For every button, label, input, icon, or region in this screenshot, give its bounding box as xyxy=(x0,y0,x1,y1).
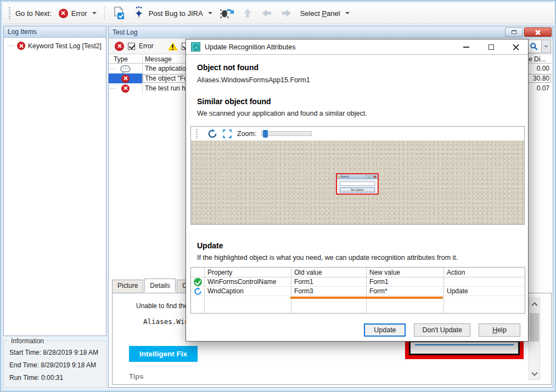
intelligent-fix-button[interactable]: Intelligent Fix xyxy=(129,346,198,362)
refresh-icon xyxy=(191,287,204,296)
scrollbar-thumb[interactable] xyxy=(530,313,539,342)
chevron-down-icon xyxy=(208,12,212,14)
scroll-down-button[interactable] xyxy=(529,369,540,379)
mini-form-button: Set Caption xyxy=(340,188,375,192)
maximize-icon xyxy=(488,44,494,50)
mini-form-caption: Form1 xyxy=(341,175,366,178)
mini-form-icon xyxy=(338,176,340,178)
zoom-slider[interactable] xyxy=(261,131,312,136)
arrow-left-icon xyxy=(261,8,273,19)
log-items-titlebar: Log Items xyxy=(4,26,106,38)
arrow-up-icon xyxy=(242,8,253,19)
log-tree-item-label: Keyword Test Log [Test2] xyxy=(28,42,102,50)
run-time-text: Run Time: 0:00:31 xyxy=(9,374,63,382)
dialog-button-row: Update Don't Update Help xyxy=(186,323,520,337)
attributes-table: Property Old value New value Action WinF… xyxy=(190,267,525,314)
select-panel-button[interactable]: Select Panel xyxy=(296,7,353,20)
column-old-value: Old value xyxy=(291,268,366,277)
warning-icon xyxy=(168,42,178,50)
column-action: Action xyxy=(443,268,525,277)
message-icon xyxy=(120,65,131,72)
attribute-row-wndcaption[interactable]: WndCaption Form3 Form* Update xyxy=(191,287,525,296)
column-type[interactable]: Type xyxy=(114,55,128,63)
tips-label: Tips xyxy=(129,372,144,380)
go-back-button[interactable] xyxy=(257,5,277,21)
search-split-button[interactable] xyxy=(526,39,551,53)
changed-value-highlight xyxy=(290,297,443,299)
object-preview-box: Zoom: Form1 Set Caption xyxy=(190,126,525,225)
chevron-down-icon xyxy=(531,370,537,376)
help-button[interactable]: Help xyxy=(479,323,520,337)
attribute-row-controlname[interactable]: WinFormsControlName Form1 Form1 xyxy=(191,277,525,287)
error-filter-checkbox[interactable] xyxy=(128,43,135,50)
scroll-up-button[interactable] xyxy=(529,298,540,309)
error-icon xyxy=(121,75,130,83)
go-to-next-error-label: Error xyxy=(71,9,87,18)
preview-toolbar: Zoom: xyxy=(191,127,524,141)
post-bug-to-jira-label: Post Bug to JIRA xyxy=(149,9,203,18)
minimize-icon xyxy=(463,47,469,48)
chevron-down-icon xyxy=(92,12,97,14)
arrow-right-icon xyxy=(280,8,293,19)
close-icon xyxy=(535,29,541,35)
select-panel-label: Select Panel xyxy=(300,9,340,18)
post-bug-to-jira-button[interactable]: Post Bug to JIRA xyxy=(128,4,216,22)
column-separator[interactable] xyxy=(142,54,143,63)
error-icon xyxy=(121,84,130,93)
main-toolbar: Go to Next: Error Post Bug to JIRA xyxy=(3,3,554,24)
restore-icon xyxy=(512,30,516,34)
error-icon xyxy=(115,42,124,51)
document-check-icon xyxy=(113,7,125,20)
toolbar-grip[interactable] xyxy=(8,7,11,20)
information-title: Information xyxy=(9,337,46,345)
update-description: If the highlighted object is what you ne… xyxy=(197,254,458,262)
error-icon xyxy=(59,9,68,18)
not-found-heading: Object not found xyxy=(197,63,259,72)
dialog-close-button[interactable] xyxy=(503,39,528,55)
start-time-text: Start Time: 8/28/2019 9:18 AM xyxy=(9,349,98,356)
similar-found-heading: Similar object found xyxy=(197,97,271,106)
zoom-slider-thumb[interactable] xyxy=(263,130,268,138)
tab-details[interactable]: Details xyxy=(144,279,176,292)
tree-branch-line xyxy=(7,46,14,46)
dialog-titlebar[interactable]: Update Recognition Attributes xyxy=(186,39,528,55)
search-dropdown-button[interactable] xyxy=(542,39,551,53)
update-recognition-dialog: Update Recognition Attributes Object not… xyxy=(186,39,529,342)
post-bug-forward-button[interactable] xyxy=(216,4,238,22)
column-message[interactable]: Message xyxy=(145,55,172,63)
end-time-text: End Time: 8/28/2019 9:18 AM xyxy=(9,361,96,369)
close-icon xyxy=(513,44,519,50)
rescan-icon[interactable] xyxy=(207,129,217,139)
close-panel-button[interactable] xyxy=(524,27,552,37)
log-items-title: Log Items xyxy=(8,28,37,36)
preview-toolbar-grip[interactable] xyxy=(195,129,198,139)
dialog-app-icon xyxy=(191,42,200,52)
column-new-value: New value xyxy=(366,268,443,277)
tab-picture[interactable]: Picture xyxy=(112,280,143,293)
go-to-next-error-button[interactable]: Error xyxy=(55,7,100,20)
error-icon xyxy=(17,42,25,50)
go-up-button[interactable] xyxy=(238,5,257,21)
similar-found-description: We scanned your application and found a … xyxy=(197,110,367,117)
fit-to-screen-icon[interactable] xyxy=(222,129,232,139)
not-found-alias: Aliases.WindowsFormsApp15.Form1 xyxy=(197,76,310,84)
chevron-up-icon xyxy=(531,302,537,308)
match-check-icon xyxy=(194,278,202,286)
test-log-title: Test Log xyxy=(113,29,137,36)
highlighted-form-preview: Form1 Set Caption xyxy=(336,173,379,195)
log-items-panel: Log Items Keyword Test Log [Test2] xyxy=(3,26,106,336)
dialog-title: Update Recognition Attributes xyxy=(205,43,295,51)
details-scrollbar[interactable] xyxy=(529,298,540,380)
update-button[interactable]: Update xyxy=(364,323,406,337)
go-forward-button[interactable] xyxy=(277,5,296,21)
post-bug-form-button[interactable] xyxy=(109,4,128,22)
restore-panel-button[interactable] xyxy=(505,27,523,37)
zoom-label: Zoom: xyxy=(237,130,256,138)
log-tree-item[interactable]: Keyword Test Log [Test2] xyxy=(7,42,102,50)
dialog-minimize-button[interactable] xyxy=(454,39,479,55)
dont-update-button[interactable]: Don't Update xyxy=(414,323,470,337)
application-preview-image: Form1 Set Caption xyxy=(191,141,524,224)
chevron-down-icon xyxy=(544,46,548,48)
bug-forward-icon xyxy=(220,7,234,20)
dialog-maximize-button[interactable] xyxy=(479,39,503,55)
